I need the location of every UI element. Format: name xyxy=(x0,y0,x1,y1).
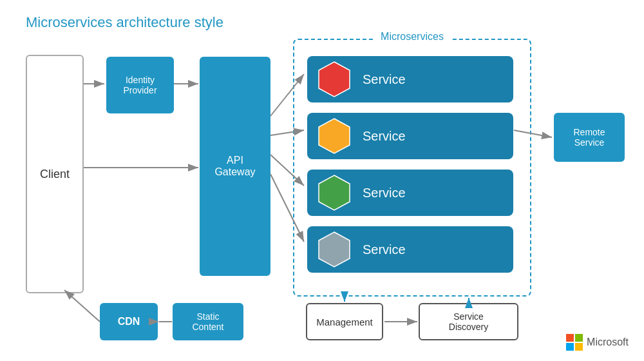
ms-square-yellow xyxy=(575,343,583,351)
service-row-4: Service xyxy=(307,226,513,273)
cdn-box: CDN xyxy=(100,303,158,340)
static-content-box: StaticContent xyxy=(173,303,243,340)
remote-service-label: RemoteService xyxy=(573,127,605,148)
api-gateway-box: APIGateway xyxy=(200,57,270,276)
client-label: Client xyxy=(40,168,70,181)
client-box: Client xyxy=(26,55,84,293)
cdn-label: CDN xyxy=(118,316,140,327)
microsoft-grid-icon xyxy=(566,334,583,351)
svg-marker-3 xyxy=(319,232,350,267)
service-label-1: Service xyxy=(363,72,406,87)
service-row-1: Service xyxy=(307,56,513,102)
microservices-title: Microservices xyxy=(374,31,450,43)
microservices-container: Microservices Service Service Service xyxy=(293,39,531,297)
page-title: Microservices architecture style xyxy=(26,14,223,31)
service-label-2: Service xyxy=(363,129,406,144)
service-discovery-box: ServiceDiscovery xyxy=(419,303,518,340)
hex-green xyxy=(317,174,351,211)
microsoft-logo: Microsoft xyxy=(566,334,629,351)
service-row-3: Service xyxy=(307,170,513,216)
identity-provider-label: IdentityProvider xyxy=(123,75,156,95)
ms-square-red xyxy=(566,334,574,342)
ms-square-blue xyxy=(566,343,574,351)
service-row-2: Service xyxy=(307,113,513,159)
static-content-label: StaticContent xyxy=(192,311,223,332)
svg-marker-2 xyxy=(319,175,350,210)
management-box: Management xyxy=(306,303,383,340)
svg-line-16 xyxy=(64,290,100,322)
service-label-3: Service xyxy=(363,186,406,200)
service-discovery-label: ServiceDiscovery xyxy=(449,311,488,332)
service-label-4: Service xyxy=(363,242,406,257)
ms-square-green xyxy=(575,334,583,342)
api-gateway-label: APIGateway xyxy=(214,155,255,178)
svg-marker-0 xyxy=(319,62,350,97)
management-label: Management xyxy=(316,317,373,327)
remote-service-box: RemoteService xyxy=(554,113,625,162)
microsoft-label: Microsoft xyxy=(587,337,629,348)
hex-gray xyxy=(317,231,351,268)
identity-provider-box: IdentityProvider xyxy=(106,57,174,113)
hex-yellow xyxy=(317,117,351,155)
hex-red xyxy=(317,61,351,98)
svg-marker-1 xyxy=(319,119,350,153)
